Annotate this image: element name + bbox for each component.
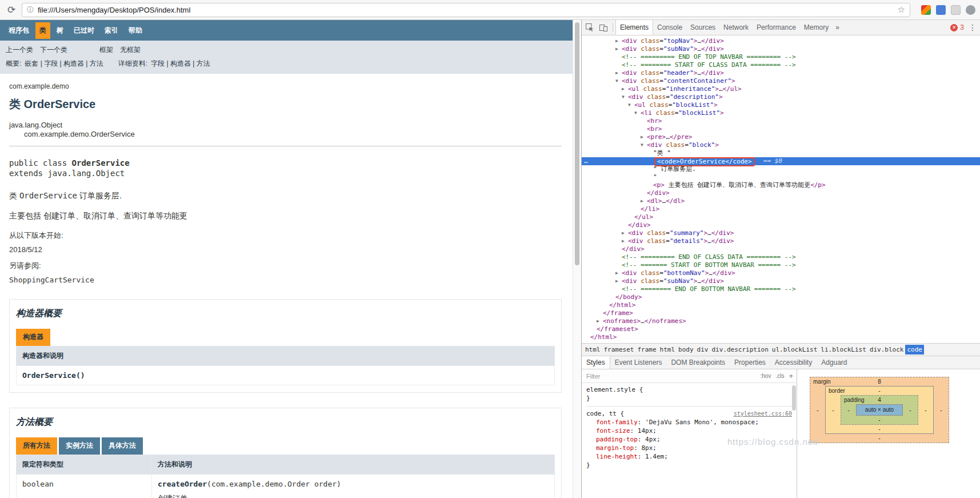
dom-node[interactable]: ▶<div class="summary">…</div> xyxy=(582,229,980,237)
margin-bottom-value[interactable]: - xyxy=(878,435,880,441)
summary-link-3[interactable]: 方法 xyxy=(84,59,103,67)
content-size-value[interactable]: auto × auto xyxy=(856,404,903,416)
sidebar-tab-5[interactable]: Adguard xyxy=(817,356,851,369)
sidebar-tab-2[interactable]: DOM Breakpoints xyxy=(666,356,730,369)
topnav-item-4[interactable]: 索引 xyxy=(101,22,122,39)
filter-action-1[interactable]: .cls xyxy=(775,373,784,379)
page-scrollbar[interactable] xyxy=(573,20,581,498)
margin-top-value[interactable]: 8 xyxy=(878,379,881,385)
bookmark-star-icon[interactable]: ☆ xyxy=(898,5,905,15)
breadcrumb-2[interactable]: frame xyxy=(635,345,658,354)
padding-bottom-value[interactable]: - xyxy=(878,417,880,423)
dom-node[interactable]: </html> xyxy=(582,301,980,309)
selector-element-style[interactable]: element.style xyxy=(586,385,643,394)
extension-icon-2[interactable] xyxy=(936,5,946,15)
devtools-tab-1[interactable]: Console xyxy=(653,20,686,35)
tree-expander-icon[interactable]: ▶ xyxy=(597,317,603,325)
breadcrumb-7[interactable]: ul.blockList xyxy=(770,345,819,354)
dom-node[interactable]: <!-- ========= END OF TOP NAVBAR =======… xyxy=(582,53,980,61)
dom-node[interactable]: ▶<noframes>…</noframes> xyxy=(582,317,980,325)
border-bottom-value[interactable]: - xyxy=(878,426,880,432)
dom-node[interactable]: </div> xyxy=(582,245,980,253)
dom-node[interactable]: <!-- ======= START OF BOTTOM NAVBAR ====… xyxy=(582,261,980,269)
dom-node[interactable]: <hr> xyxy=(582,117,980,125)
extension-icon-3[interactable] xyxy=(951,5,961,15)
css-property[interactable]: margin-top8px xyxy=(586,444,792,452)
frames-link-1[interactable]: 无框架 xyxy=(120,46,141,54)
page-scrollbar-thumb[interactable] xyxy=(575,22,579,265)
dom-node[interactable]: ▶<div class="topNav">…</div> xyxy=(582,37,980,45)
tree-expander-icon[interactable]: ▶ xyxy=(641,197,647,205)
border-left-value[interactable]: - xyxy=(826,395,841,425)
dom-node[interactable]: ▶<dl>…</dl> xyxy=(582,197,980,205)
tree-expander-icon[interactable]: ▼ xyxy=(615,77,622,85)
dom-node[interactable]: " 订单服务层. xyxy=(582,165,980,173)
dom-node[interactable]: </html> xyxy=(582,333,980,341)
method-tab-2[interactable]: 具体方法 xyxy=(102,437,143,455)
stylesheet-source-link[interactable]: stylesheet.css:60 xyxy=(729,409,792,418)
breadcrumb-6[interactable]: div.description xyxy=(710,345,770,354)
border-right-value[interactable]: - xyxy=(918,395,933,425)
tree-expander-icon[interactable]: ▶ xyxy=(615,277,622,285)
dom-node[interactable]: <!-- ========= END OF CLASS DATA =======… xyxy=(582,253,980,261)
detail-link-0[interactable]: 字段 xyxy=(151,59,165,67)
detail-link-2[interactable]: 方法 xyxy=(191,59,210,67)
border-top-value[interactable]: - xyxy=(878,388,880,394)
tree-expander-icon[interactable]: ▼ xyxy=(628,101,634,109)
reload-icon[interactable]: ⟳ xyxy=(5,4,18,16)
styles-scrollbar-thumb[interactable] xyxy=(792,385,796,411)
topnav-item-3[interactable]: 已过时 xyxy=(70,22,98,39)
topnav-item-0[interactable]: 程序包 xyxy=(5,22,33,39)
dom-node[interactable]: ▶<div class="details">…</div> xyxy=(582,237,980,245)
box-model-diagram[interactable]: margin8 - border- - padding4 xyxy=(810,377,949,443)
dom-node[interactable]: ▶<div class="header">…</div> xyxy=(582,69,980,77)
dom-node[interactable]: ▶<div class="bottomNav">…</div> xyxy=(582,269,980,277)
prevnext-link-0[interactable]: 上一个类 xyxy=(6,46,33,54)
tab-constructor[interactable]: 构造器 xyxy=(16,329,50,346)
new-style-rule-icon[interactable]: + xyxy=(789,372,793,380)
breadcrumb-1[interactable]: frameset xyxy=(602,345,636,354)
tree-expander-icon[interactable]: ▶ xyxy=(615,69,622,77)
devtools-tab-4[interactable]: Performance xyxy=(753,20,800,35)
dom-node[interactable]: </frameset> xyxy=(582,325,980,333)
dom-node[interactable]: <br> xyxy=(582,125,980,133)
devtools-tab-5[interactable]: Memory xyxy=(800,20,833,35)
summary-link-1[interactable]: 字段 xyxy=(38,59,58,67)
dom-node[interactable]: ▶<div class="subNav">…</div> xyxy=(582,277,980,285)
css-property[interactable]: line-height1.4em xyxy=(586,452,792,461)
tree-expander-icon[interactable]: ▼ xyxy=(634,109,641,117)
dom-node[interactable]: <!-- ======== START OF CLASS DATA ======… xyxy=(582,61,980,69)
constructor-row[interactable]: OrderService() xyxy=(17,366,555,385)
dom-node[interactable]: ▼<div class="description"> xyxy=(582,93,980,101)
frames-link-0[interactable]: 框架 xyxy=(99,46,113,54)
dom-node[interactable]: <p> 主要包括 创建订单、取消订单、查询订单等功能更</p> xyxy=(582,181,980,189)
tree-expander-icon[interactable]: ▶ xyxy=(641,133,647,141)
dom-node[interactable]: ▼<div class="block"> xyxy=(582,141,980,149)
styles-filter-input[interactable] xyxy=(585,372,756,380)
devtools-tab-0[interactable]: Elements xyxy=(615,20,653,35)
detail-link-1[interactable]: 构造器 xyxy=(165,59,191,67)
breadcrumb-10[interactable]: code xyxy=(905,345,924,354)
padding-right-value[interactable]: - xyxy=(903,404,918,416)
breadcrumb-3[interactable]: html xyxy=(658,345,677,354)
tree-expander-icon[interactable]: ▶ xyxy=(622,85,628,93)
sidebar-tab-4[interactable]: Accessibility xyxy=(770,356,817,369)
padding-left-value[interactable]: - xyxy=(841,404,856,416)
summary-link-0[interactable]: 嵌套 xyxy=(25,59,38,67)
sidebar-tab-1[interactable]: Event Listeners xyxy=(610,356,667,369)
tree-expander-icon[interactable]: ▶ xyxy=(622,237,628,245)
summary-link-2[interactable]: 构造器 xyxy=(58,59,84,67)
sidebar-tab-0[interactable]: Styles xyxy=(582,356,610,369)
style-rule-code-tt[interactable]: code, tt stylesheet.css:60 font-family'D… xyxy=(586,406,792,469)
dom-node[interactable]: ▶<ul class="inheritance">…</ul> xyxy=(582,85,980,93)
dom-node[interactable]: </ul> xyxy=(582,213,980,221)
dom-node[interactable]: " xyxy=(582,173,980,181)
breadcrumb-9[interactable]: div.block xyxy=(868,345,906,354)
method-name-link[interactable]: createOrder xyxy=(158,480,207,488)
inspect-element-icon[interactable] xyxy=(583,20,597,35)
tree-expander-icon[interactable]: ▶ xyxy=(622,229,628,237)
page-info-icon[interactable]: ⓘ xyxy=(27,5,34,15)
css-property[interactable]: padding-top4px xyxy=(586,435,792,444)
more-tabs-icon[interactable]: » xyxy=(833,23,842,31)
extension-icon-4[interactable] xyxy=(966,5,975,15)
